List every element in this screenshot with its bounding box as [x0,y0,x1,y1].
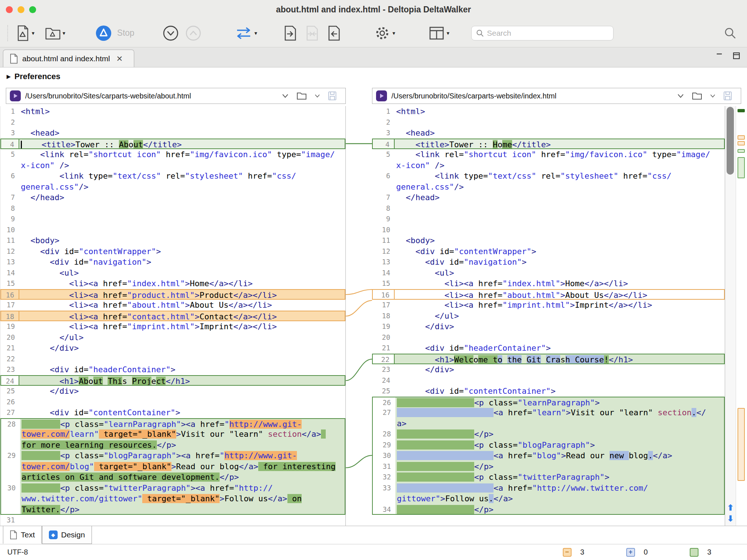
code-text[interactable]: <link type="text/css" rel="stylesheet" h… [19,171,345,182]
code-text[interactable]: </p> [395,461,724,472]
code-text[interactable]: a> [395,418,724,429]
code-line[interactable]: 16 <li><a href="product.html">Product</a… [0,289,345,300]
code-text[interactable]: </head> [19,192,345,203]
code-line[interactable]: 28 </p> [372,429,725,440]
compare-folders-dropdown[interactable]: ▾ [63,30,66,36]
code-line[interactable]: 23 <div id="headerContainer"> [0,364,345,375]
code-line[interactable]: 2 [372,117,725,128]
save-icon[interactable] [328,91,337,101]
code-text[interactable]: <head> [395,128,725,139]
code-text[interactable]: <div id="navigation"> [19,257,345,268]
code-text[interactable]: tower.com/learn" target="_blank">Visit o… [20,429,345,440]
code-text[interactable]: for more learning resources.</p> [20,440,345,451]
code-text[interactable]: </ul> [19,332,345,343]
code-line[interactable]: 13 <div id="navigation"> [0,257,345,268]
refresh-compare-button[interactable] [95,25,112,42]
code-text[interactable] [19,354,345,365]
folder-options-chevron-icon[interactable] [314,93,321,98]
code-line[interactable]: 7 </head> [372,192,725,203]
minimize-window-button[interactable] [18,6,24,13]
swap-sides-button[interactable]: ▾ [235,26,257,40]
code-text[interactable]: </head> [395,192,725,203]
code-line[interactable]: 3 <head> [372,128,725,139]
copy-to-left-button[interactable] [327,25,341,41]
code-line[interactable]: 17 <li><a href="about.html">About Us</a>… [0,300,345,311]
code-text[interactable]: <h1>Welcome to the Git Crash Course!</h1… [395,354,725,365]
code-text[interactable] [19,117,345,128]
code-line[interactable]: 30 <a href="blog">Read our new blog.</a> [372,450,725,461]
code-line[interactable]: 5 <link rel="shortcut icon" href="img/fa… [0,149,345,160]
code-text[interactable]: <li><a href="index.html">Home</a></li> [19,278,345,289]
code-line[interactable]: 32 <p class="twitterParagraph"> [372,472,725,483]
next-difference-button[interactable] [163,25,179,41]
code-line[interactable]: general.css"/> [372,182,725,192]
code-text[interactable]: <li><a href="about.html">About Us</a></l… [395,289,725,300]
code-text[interactable]: <h1>About This Project</h1> [19,375,345,386]
code-text[interactable]: <li><a href="product.html">Product</a></… [19,289,345,300]
code-text[interactable]: general.css"/> [395,182,725,192]
code-line[interactable]: 2 [0,117,345,128]
code-line[interactable]: 8 [372,203,725,214]
code-line[interactable]: 14 <ul> [372,268,725,279]
code-line[interactable]: 19 </div> [372,321,725,332]
code-text[interactable]: <a href="blog">Read our new blog.</a> [395,450,724,461]
code-text[interactable]: <body> [395,235,725,246]
code-line[interactable]: 27 <a href="learn">Visit our "learn" sec… [372,407,725,418]
code-text[interactable]: <title>Tower :: About</title> [19,139,345,149]
left-file-path-bar[interactable]: /Users/brunobrito/Sites/carparts-website… [6,88,346,104]
folder-options-chevron-icon[interactable] [709,93,716,98]
code-text[interactable]: <html> [19,106,345,117]
code-line[interactable]: 31 </p> [372,461,725,472]
tab-design[interactable]: ◆ Design [42,526,92,544]
close-window-button[interactable] [6,6,13,13]
code-line[interactable]: Twitter.</p> [0,504,345,515]
code-text[interactable]: www.twitter.com/gittower" target="_blank… [20,493,345,504]
code-line[interactable]: gittower">Follow us.</a> [372,493,725,504]
code-line[interactable]: x-icon" /> [372,160,725,171]
preferences-label[interactable]: Preferences [15,72,61,81]
code-line[interactable]: 28 <p class="learnParagraph"><a href="ht… [0,418,345,429]
layout-dropdown[interactable]: ▾ [446,30,449,36]
layout-button[interactable]: ▾ [429,26,449,40]
code-line[interactable]: 30 <p class="twitterParagraph"><a href="… [0,483,345,494]
code-text[interactable]: <link type="text/css" rel="stylesheet" h… [395,171,725,182]
go-first-diff-button[interactable]: ⬆ [727,503,734,513]
code-line[interactable]: 7 </head> [0,192,345,203]
code-text[interactable]: gittower">Follow us.</a> [395,493,724,504]
code-text[interactable]: <link rel="shortcut icon" href="img/favi… [395,149,725,160]
code-line[interactable]: 8 [0,203,345,214]
copy-to-right-button[interactable] [283,25,297,41]
code-text[interactable]: x-icon" /> [395,160,725,171]
code-line[interactable]: 18 <li><a href="contact.html">Contact</a… [0,311,345,322]
code-text[interactable]: <ul> [19,268,345,279]
save-icon[interactable] [723,91,732,101]
diff-marker[interactable] [738,149,745,153]
code-line[interactable]: 26 [0,397,345,408]
code-text[interactable]: </div> [19,343,345,354]
code-text[interactable]: <html> [395,106,725,117]
code-text[interactable] [19,225,345,236]
compare-folders-button[interactable]: ▾ [45,26,66,40]
code-text[interactable]: tower.com/blog" target="_blank">Read our… [20,461,345,472]
code-line[interactable]: a> [372,418,725,429]
settings-dropdown[interactable]: ▾ [392,30,395,36]
zoom-window-button[interactable] [29,6,36,13]
code-text[interactable]: <body> [19,235,345,246]
code-text[interactable]: <p class="learnParagraph"><a href="http:… [20,419,345,429]
code-line[interactable]: 18 </ul> [372,311,725,322]
swap-sides-dropdown[interactable]: ▾ [254,30,257,36]
vertical-scrollbar[interactable]: ⬆ ⬇ [725,106,736,526]
code-text[interactable]: <div id="contentContainer"> [395,386,725,397]
path-history-chevron-icon[interactable] [281,93,289,98]
code-text[interactable] [395,515,725,526]
code-text[interactable]: <div id="contentWrapper"> [19,246,345,257]
merge-button[interactable] [305,25,319,41]
code-text[interactable]: </div> [19,386,345,397]
code-line[interactable]: x-icon" /> [0,160,345,171]
code-text[interactable]: <p class="blogParagraph"> [395,440,724,451]
compare-files-button[interactable]: ▾ [16,25,35,42]
maximize-view-icon[interactable] [732,52,740,60]
diff-marker[interactable] [738,109,745,112]
code-text[interactable]: <link rel="shortcut icon" href="img/favi… [19,149,345,160]
code-line[interactable]: 21 </div> [0,343,345,354]
